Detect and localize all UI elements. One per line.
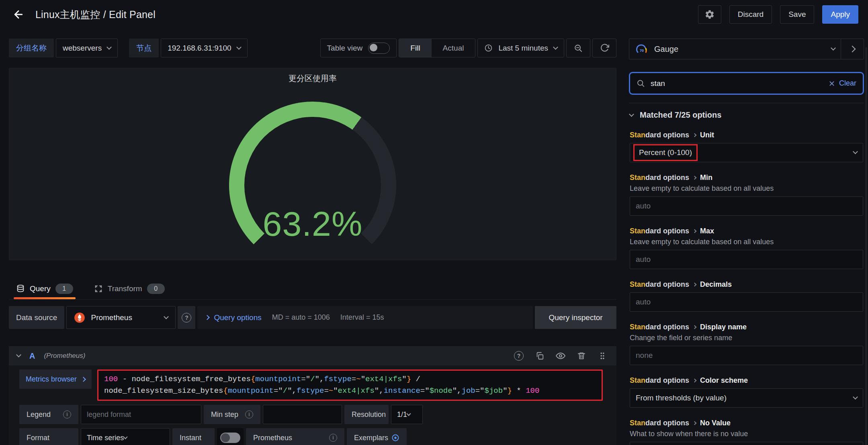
save-button[interactable]: Save (780, 5, 814, 24)
code-token: fstype (297, 386, 324, 395)
visualization-select[interactable]: 70 Gauge (629, 39, 841, 59)
chevron-down-icon (629, 112, 634, 117)
interval-summary: Interval = 15s (340, 313, 384, 322)
drag-handle[interactable] (596, 350, 608, 362)
query-help-button[interactable]: ? (513, 350, 525, 362)
datasource-help-button[interactable]: ? (178, 306, 195, 329)
code-token: = (324, 386, 328, 395)
code-token: mountpoint (228, 386, 274, 395)
tab-transform[interactable]: Transform 0 (94, 278, 165, 299)
sidebar-divider (629, 103, 864, 103)
help-icon: ? (514, 351, 524, 361)
code-token: , (457, 386, 461, 395)
standard-options-min-group: Standard options Min Leave empty to calc… (630, 174, 863, 216)
format-select[interactable]: Time series (81, 428, 170, 445)
visualization-expand-button[interactable] (841, 39, 864, 59)
gauge-panel: 更分区使用率 63.2% (9, 68, 616, 260)
delete-query-button[interactable] (575, 350, 588, 362)
duplicate-query-button[interactable] (534, 350, 546, 362)
code-token: " (480, 386, 484, 395)
code-token: ext4|xfs (338, 386, 375, 395)
collapse-chevron-icon[interactable] (16, 352, 21, 357)
zoom-out-button[interactable] (566, 39, 590, 57)
code-token: ~ (356, 375, 360, 384)
gear-icon (704, 9, 715, 20)
visualization-picker-row: 70 Gauge (629, 39, 864, 59)
standard-options-no-value-group: Standard options No Value What to show w… (630, 419, 863, 445)
time-range-picker[interactable]: Last 5 minutes (477, 39, 564, 57)
refresh-icon (600, 43, 609, 53)
node-variable-dropdown[interactable]: 192.168.6.31:9100 (161, 39, 248, 57)
datasource-select[interactable]: Prometheus (66, 306, 176, 329)
back-arrow-button[interactable] (10, 6, 27, 23)
options-search-input[interactable]: stan Clear (631, 74, 862, 93)
legend-format-input[interactable]: legend format (81, 405, 201, 424)
query-row-header: A (Prometheus) ? (9, 346, 616, 365)
fill-option[interactable]: Fill (399, 39, 431, 57)
chevron-down-icon (106, 45, 112, 50)
max-data-points-summary: MD = auto = 1006 (272, 313, 330, 322)
code-token: } (407, 375, 411, 384)
group-variable-dropdown[interactable]: webservers (56, 39, 118, 57)
header: Linux主机监控 / Edit Panel Discard Save Appl… (0, 0, 868, 29)
search-icon (637, 79, 645, 88)
instant-label-chip: Instant (172, 428, 215, 445)
chevron-right-icon (693, 229, 697, 233)
clear-search-button[interactable]: Clear (829, 79, 856, 88)
option-breadcrumb: Standard options No Value (630, 419, 863, 427)
max-input[interactable]: auto (630, 250, 863, 269)
query-datasource-hint: (Prometheus) (44, 352, 85, 360)
disable-query-eye-button[interactable] (555, 350, 567, 362)
actual-option[interactable]: Actual (432, 39, 475, 57)
code-token: " (452, 386, 457, 395)
code-token: node_filesystem_size_bytes (104, 386, 223, 395)
code-token: ext4|xfs (365, 375, 402, 384)
query-options-toggle[interactable]: Query options (205, 313, 261, 322)
instant-toggle[interactable] (217, 428, 244, 445)
code-token: = (475, 386, 480, 395)
code-token: " (333, 386, 338, 395)
standard-options-decimals-group: Standard options Decimals auto (630, 280, 863, 312)
unit-select[interactable]: Percent (0-100) (630, 143, 863, 162)
code-token: $node (430, 386, 452, 395)
code-token: " (287, 386, 292, 395)
metrics-browser-button[interactable]: Metrics browser (19, 369, 92, 389)
promql-query-editor[interactable]: 100 - node_filesystem_free_bytes{mountpo… (97, 369, 603, 401)
query-inspector-button[interactable]: Query inspector (535, 306, 616, 329)
refresh-button[interactable] (592, 39, 616, 57)
format-label-chip: Format (19, 428, 78, 445)
min-input[interactable]: auto (630, 196, 863, 216)
option-description: Leave empty to calculate based on all va… (630, 238, 863, 246)
chevron-right-icon (849, 46, 856, 53)
exemplars-target-icon[interactable] (391, 434, 399, 442)
panel-settings-button[interactable] (698, 5, 721, 24)
tab-query[interactable]: Query 1 (16, 278, 73, 299)
database-icon (16, 284, 25, 293)
discard-button[interactable]: Discard (729, 5, 772, 24)
chevron-down-icon (123, 435, 128, 439)
display-name-input[interactable]: none (630, 346, 863, 365)
resolution-select[interactable]: 1/1 (391, 405, 423, 424)
min-step-input[interactable] (263, 405, 342, 424)
sidebar-scrollbar[interactable] (865, 47, 867, 445)
gauge-viz-icon: 70 (635, 44, 649, 54)
code-token: } (508, 386, 512, 395)
code-token: " (425, 386, 429, 395)
table-view-toggle-group: Table view (320, 39, 397, 57)
no-value-input[interactable]: - (630, 442, 863, 445)
chevron-down-icon (853, 394, 858, 400)
svg-text:70: 70 (640, 49, 644, 53)
apply-button[interactable]: Apply (822, 5, 858, 24)
color-scheme-select[interactable]: From thresholds (by value) (630, 388, 863, 408)
option-description: What to show when there is no value (630, 430, 863, 438)
code-token: = (352, 375, 356, 384)
min-step-label-chip: Min step i (204, 405, 260, 424)
code-token: / (310, 375, 315, 384)
code-token: ~ (329, 386, 333, 395)
decimals-input[interactable]: auto (630, 292, 863, 312)
table-view-toggle[interactable] (368, 43, 390, 54)
matched-options-header[interactable]: Matched 7/25 options (630, 110, 864, 120)
search-value: stan (651, 79, 823, 88)
code-token: mountpoint (255, 375, 301, 384)
transform-icon (94, 284, 103, 293)
